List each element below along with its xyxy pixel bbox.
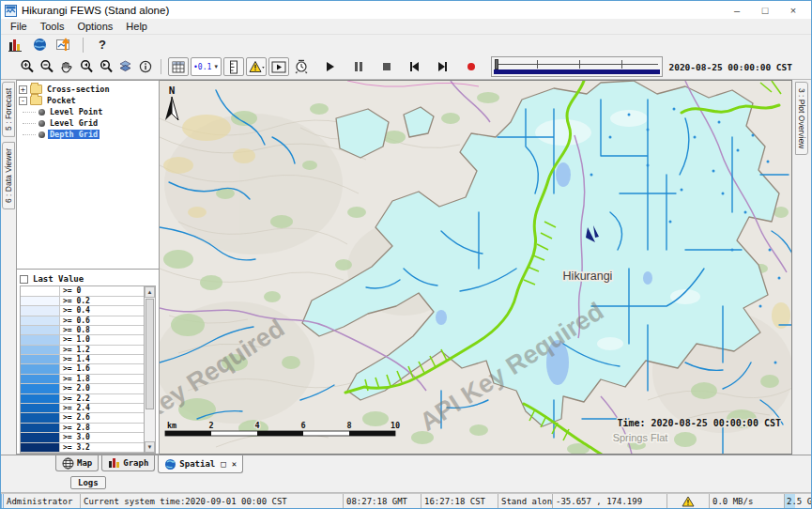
expander-icon[interactable]: + xyxy=(19,85,27,94)
status-mode: Stand alone xyxy=(498,494,553,508)
time-slider-wrap: 2020-08-25 00:00:00 CST xyxy=(491,56,807,77)
menu-options[interactable]: Options xyxy=(70,20,119,33)
map-toolbar: •0.1▼ 2020-08-25 00:00: xyxy=(1,54,811,80)
help-icon[interactable]: ? xyxy=(92,36,113,54)
legend-swatch xyxy=(21,384,60,393)
tree-item-label[interactable]: Depth Grid xyxy=(48,130,100,139)
legend-label: >= 1.4 xyxy=(60,355,144,363)
play-icon[interactable] xyxy=(321,57,339,76)
legend-scrollbar[interactable]: ▲ ▼ xyxy=(144,286,155,453)
warning-icon xyxy=(682,496,695,507)
contour-interval-dropdown[interactable]: •0.1▼ xyxy=(191,57,222,76)
tree-item-level-point[interactable]: Level Point xyxy=(19,106,157,117)
measure-ruler-icon[interactable] xyxy=(223,57,244,76)
expander-icon[interactable]: - xyxy=(19,97,27,105)
tree-item-level-grid[interactable]: Level Grid xyxy=(19,117,157,129)
scroll-down-icon[interactable]: ▼ xyxy=(145,441,155,453)
close-button[interactable]: × xyxy=(779,2,807,18)
legend-row[interactable]: >= 2.0 xyxy=(21,384,144,393)
last-value-checkbox[interactable] xyxy=(20,275,28,284)
skip-to-start-icon[interactable] xyxy=(406,57,423,76)
pause-icon[interactable] xyxy=(349,57,367,76)
legend-swatch xyxy=(21,326,60,334)
legend-row[interactable]: >= 0.4 xyxy=(21,306,144,316)
skip-to-end-icon[interactable] xyxy=(434,57,452,76)
profile-chart-icon[interactable] xyxy=(54,36,74,54)
tree-item-cross-section[interactable]: + Cross-section xyxy=(19,84,157,95)
warning-threshold-icon[interactable] xyxy=(246,57,267,76)
legend-label: >= 3.2 xyxy=(60,443,144,452)
legend-row[interactable]: >= 2.6 xyxy=(21,413,144,423)
legend-label: >= 1.0 xyxy=(60,335,144,344)
tab-close-icon[interactable]: ✕ xyxy=(232,459,237,469)
status-warning[interactable] xyxy=(667,494,710,508)
status-memory: 2.5 GB xyxy=(785,494,811,508)
tab-plot-overview[interactable]: 3 : Plot Overview xyxy=(795,82,808,155)
database-chart-icon[interactable] xyxy=(5,36,25,54)
tab-maximize-icon[interactable]: □ xyxy=(221,459,225,469)
scroll-up-icon[interactable]: ▲ xyxy=(145,286,155,298)
legend-row[interactable]: >= 1.4 xyxy=(21,355,144,364)
logs-button[interactable]: Logs xyxy=(70,476,106,489)
legend-label: >= 2.4 xyxy=(60,404,144,412)
folder-icon xyxy=(30,96,42,105)
menu-help[interactable]: Help xyxy=(119,20,154,33)
record-icon[interactable] xyxy=(462,57,480,76)
grid-display-icon[interactable] xyxy=(168,57,189,76)
zoom-in-icon[interactable] xyxy=(18,57,36,76)
pan-hand-icon[interactable] xyxy=(57,57,75,76)
tree-item-label[interactable]: Level Grid xyxy=(48,118,100,128)
legend-label: >= 1.6 xyxy=(60,364,144,373)
zoom-previous-icon[interactable] xyxy=(77,57,95,76)
tab-spatial[interactable]: Spatial □ ✕ xyxy=(158,455,243,473)
tab-forecast[interactable]: 5 : Forecast xyxy=(2,82,15,137)
svg-text:6: 6 xyxy=(300,421,305,430)
menu-tools[interactable]: Tools xyxy=(34,20,71,33)
tab-data-viewer[interactable]: 6 : Data Viewer xyxy=(2,142,15,209)
layers-icon[interactable] xyxy=(116,57,134,76)
stop-icon[interactable] xyxy=(377,57,395,76)
legend-swatch xyxy=(21,404,60,412)
tab-graph[interactable]: Graph xyxy=(101,455,155,471)
legend-row[interactable]: >= 0.2 xyxy=(21,297,144,306)
legend-row[interactable]: >= 1.0 xyxy=(21,335,144,345)
current-datetime-label: 2020-08-25 00:00:00 CST xyxy=(668,62,807,72)
tree-item-depth-grid[interactable]: Depth Grid xyxy=(19,129,157,140)
scroll-thumb[interactable] xyxy=(146,299,154,409)
legend-row[interactable]: >= 0.6 xyxy=(21,316,144,326)
globe-icon[interactable] xyxy=(29,36,50,54)
maximize-button[interactable]: □ xyxy=(751,2,779,18)
zoom-out-icon[interactable] xyxy=(38,57,55,76)
animation-movie-icon[interactable] xyxy=(268,57,289,76)
legend-row[interactable]: >= 1.2 xyxy=(21,346,144,355)
tree-item-pocket[interactable]: - Pocket xyxy=(19,95,157,106)
tree-item-label[interactable]: Level Point xyxy=(48,107,104,116)
timer-settings-icon[interactable] xyxy=(291,57,312,76)
legend-row[interactable]: >= 3.0 xyxy=(21,433,144,442)
legend-row[interactable]: >= 0 xyxy=(21,286,144,296)
tree-item-label[interactable]: Pocket xyxy=(45,96,78,105)
legend-row[interactable]: >= 2.8 xyxy=(21,424,144,433)
map-canvas[interactable]: API Key Required API Key Required Hikura… xyxy=(160,80,792,455)
zoom-next-icon[interactable] xyxy=(97,57,115,76)
info-icon[interactable] xyxy=(136,57,154,76)
folder-icon xyxy=(30,85,42,94)
legend-row[interactable]: >= 1.6 xyxy=(21,364,144,374)
legend-row[interactable]: >= 3.2 xyxy=(21,443,144,453)
tab-map[interactable]: Map xyxy=(55,455,99,471)
legend-row[interactable]: >= 2.4 xyxy=(21,404,144,413)
legend-swatch xyxy=(21,335,60,344)
menu-file[interactable]: File xyxy=(4,20,34,33)
legend-label: >= 1.2 xyxy=(60,346,144,354)
tree-item-label[interactable]: Cross-section xyxy=(45,85,112,94)
tab-label: Spatial xyxy=(179,459,215,469)
minimize-button[interactable]: – xyxy=(723,2,751,18)
legend-swatch xyxy=(21,443,60,452)
legend-swatch xyxy=(21,394,60,403)
legend-row[interactable]: >= 0.8 xyxy=(21,326,144,335)
time-slider[interactable] xyxy=(491,56,663,77)
title-bar: Hikurangi FEWS (Stand alone) – □ × xyxy=(1,1,811,19)
legend-row[interactable]: >= 1.8 xyxy=(21,375,144,384)
time-slider-handle[interactable] xyxy=(495,59,498,69)
legend-row[interactable]: >= 2.2 xyxy=(21,394,144,404)
